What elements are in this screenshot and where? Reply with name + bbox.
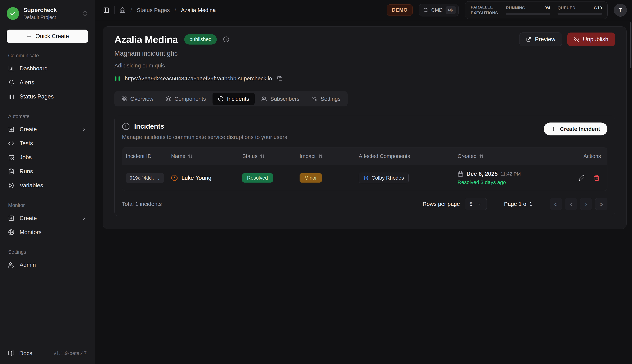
incident-name: Luke Young [182,174,212,181]
docs-link[interactable]: Docs [8,350,32,356]
tab-subscribers[interactable]: Subscribers [256,93,305,105]
col-status[interactable]: Status [242,153,300,159]
incidents-table: Incident ID Name Status Impact Affected … [122,147,608,191]
divider [114,6,114,14]
info-icon[interactable] [223,36,229,42]
sort-icon[interactable] [188,154,193,159]
last-page-button[interactable]: » [595,198,608,210]
chevron-down-icon [478,202,482,206]
chevrons-up-down-icon[interactable] [82,10,88,17]
calendar-icon [458,171,464,177]
sort-icon[interactable] [318,154,323,159]
tab-components[interactable]: Components [160,93,212,105]
sort-icon[interactable] [479,154,484,159]
component-name: Colby Rhodes [372,175,404,181]
sidebar-item-status-pages[interactable]: Status Pages [5,90,90,104]
clipboard-list-icon [8,168,14,174]
unpublish-button[interactable]: Unpublish [567,32,615,46]
rows-per-page-label: Rows per page [423,201,460,207]
bell-icon [8,80,14,86]
col-affected-components: Affected Components [359,153,458,159]
tab-incidents[interactable]: Incidents [212,93,255,105]
section-label-settings: Settings [8,249,87,255]
sidebar-item-runs[interactable]: Runs [5,164,90,178]
sidebar-item-tests[interactable]: Tests [5,136,90,150]
app-version: v1.1.9-beta.47 [54,350,87,356]
col-created[interactable]: Created [458,153,576,159]
breadcrumb-status-pages[interactable]: Status Pages [137,7,170,13]
command-palette-button[interactable]: CMD ⌘K [419,4,459,16]
quick-create-button[interactable]: Quick Create [7,30,88,43]
sidebar-item-monitors[interactable]: Monitors [5,225,90,239]
scrollbar[interactable] [630,22,632,68]
quick-create-label: Quick Create [36,33,69,40]
unpublish-label: Unpublish [583,36,608,43]
preview-button[interactable]: Preview [519,32,562,46]
breadcrumb-separator: / [175,7,176,13]
create-incident-button[interactable]: Create Incident [544,122,608,136]
col-actions: Actions [584,153,604,159]
queued-value: 0/10 [594,6,602,10]
impact-badge: Minor [300,173,322,182]
table-footer: Total 1 incidents Rows per page 5 Page 1… [122,198,608,210]
sidebar-item-label: Alerts [20,79,34,86]
sidebar-item-dashboard[interactable]: Dashboard [5,62,90,76]
sort-icon[interactable] [260,154,265,159]
sidebar-item-admin[interactable]: Admin [5,258,90,272]
incident-name-cell: Luke Young [171,174,242,181]
layout-grid-icon [122,96,127,102]
sidebar-item-label: Admin [20,262,36,268]
code-icon [8,140,14,146]
command-shortcut: ⌘K [446,6,456,14]
tab-settings[interactable]: Settings [306,93,346,105]
square-plus-icon [8,126,14,132]
external-link-icon [526,37,531,42]
incidents-card: Incidents Manage incidents to communicat… [114,116,615,216]
sidebar-item-label: Variables [20,182,43,189]
rows-per-page-value: 5 [470,201,472,207]
title-row: Azalia Medina published Preview Unpublis… [114,32,615,46]
panel-left-toggle-icon[interactable] [103,7,110,13]
sidebar-item-jobs[interactable]: Jobs [5,150,90,164]
prev-page-button[interactable]: ‹ [565,198,577,210]
edit-pencil-icon[interactable] [578,175,585,181]
section-label-automate: Automate [8,114,87,119]
section-label-communicate: Communicate [8,53,87,58]
sidebar-footer: Docs v1.1.9-beta.47 [5,350,90,356]
col-name[interactable]: Name [171,153,242,159]
delete-trash-icon[interactable] [594,175,600,181]
sidebar-item-create-automate[interactable]: Create [5,122,90,136]
sidebar-item-label: Jobs [20,154,32,161]
sidebar-item-variables[interactable]: Variables [5,178,90,192]
published-status-badge: published [184,34,217,44]
next-page-button[interactable]: › [580,198,592,210]
project-subtitle: Default Project [23,14,57,20]
breadcrumb: / Status Pages / Azalia Medina [120,7,216,13]
command-label: CMD [431,7,443,13]
incident-id-pill[interactable]: 019af4dd... [126,173,164,183]
square-plus-icon [8,215,14,221]
search-icon [423,8,428,13]
layers-icon [363,175,368,180]
status-page-url[interactable]: https://2ea9d24eac504347a51aef29f2a4bcbb… [125,76,272,82]
sliders-icon [312,96,317,102]
section-label-monitor: Monitor [8,202,87,208]
first-page-button[interactable]: « [550,198,562,210]
col-impact[interactable]: Impact [300,153,359,159]
copy-icon[interactable] [277,76,282,81]
project-switcher[interactable]: Supercheck Default Project [5,5,90,22]
running-value: 0/4 [544,6,550,10]
tab-label: Settings [320,96,340,102]
home-icon[interactable] [120,7,126,13]
topbar: / Status Pages / Azalia Medina DEMO CMD … [95,0,632,20]
status-page-url-row: https://2ea9d24eac504347a51aef29f2a4bcbb… [114,76,615,82]
created-time: 11:42 PM [500,171,521,177]
breadcrumb-current: Azalia Medina [181,7,216,13]
user-avatar[interactable]: T [614,4,627,17]
table-row[interactable]: 019af4dd... Luke Young Resolved Minor Co… [122,165,607,191]
tab-overview[interactable]: Overview [116,93,159,105]
sidebar-item-label: Status Pages [20,93,54,100]
sidebar-item-alerts[interactable]: Alerts [5,76,90,90]
rows-per-page-select[interactable]: 5 [465,198,487,210]
sidebar-item-create-monitor[interactable]: Create [5,211,90,225]
